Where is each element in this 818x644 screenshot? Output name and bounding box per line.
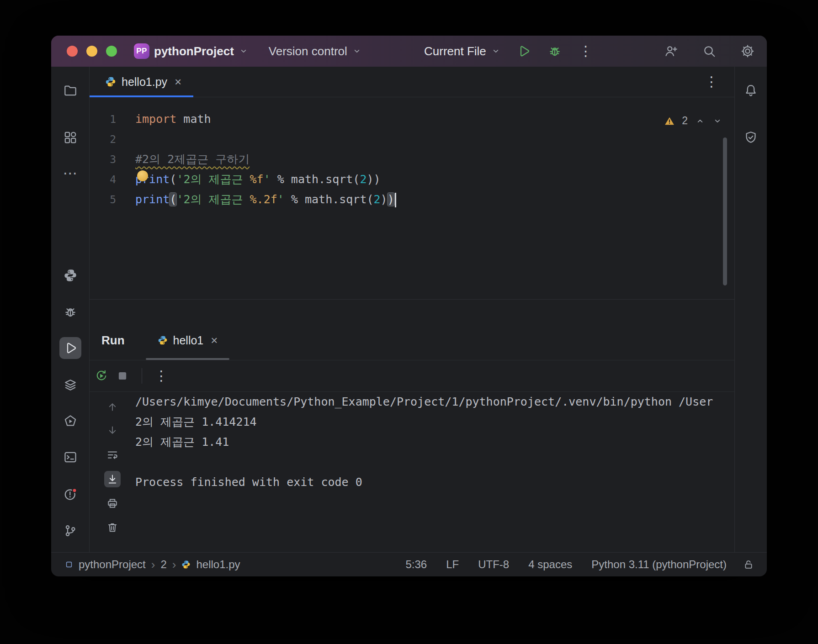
- breadcrumb-file[interactable]: hello1.py: [196, 558, 240, 571]
- line-number[interactable]: 1: [90, 109, 135, 129]
- editor-scrollbar-thumb[interactable]: [723, 137, 727, 285]
- run-tab-label: hello1: [173, 334, 204, 347]
- trash-icon: [106, 522, 118, 533]
- minimize-window-button[interactable]: [86, 46, 97, 57]
- console-line: 2의 제곱근 1.414214: [135, 412, 734, 432]
- search-everywhere-button[interactable]: [700, 42, 718, 60]
- run-tab-hello1[interactable]: hello1 ×: [146, 321, 230, 360]
- user-add-icon: [664, 44, 678, 58]
- rerun-button[interactable]: [93, 368, 110, 384]
- python-file-icon: [105, 76, 116, 87]
- debug-button[interactable]: [546, 42, 564, 60]
- left-toolbar: ⋯: [51, 67, 90, 552]
- ide-window: PP pythonProject Version control Current…: [51, 36, 767, 576]
- project-selector[interactable]: PP pythonProject: [134, 43, 249, 59]
- intention-bulb-icon[interactable]: [137, 170, 148, 181]
- stop-button[interactable]: [114, 368, 131, 384]
- clear-console-button[interactable]: [104, 519, 121, 536]
- run-play-icon: [517, 44, 531, 58]
- python-packages-tool-button[interactable]: [59, 264, 81, 286]
- more-actions-button[interactable]: ⋮: [577, 42, 595, 60]
- print-button[interactable]: [104, 495, 121, 512]
- line-number[interactable]: 4: [90, 169, 135, 190]
- scroll-to-end-button[interactable]: [104, 471, 121, 487]
- run-debug-actions: ⋮: [515, 42, 595, 60]
- chevron-down-icon[interactable]: [712, 116, 722, 126]
- unlock-icon: [743, 559, 754, 570]
- services-icon: [64, 414, 77, 428]
- line-number[interactable]: 2: [90, 129, 135, 149]
- rerun-icon: [95, 370, 108, 382]
- interpreter-widget[interactable]: Python 3.11 (pythonProject): [591, 558, 727, 571]
- code-line[interactable]: 3#2의 2제곱근 구하기: [90, 149, 734, 169]
- write-access-lock-button[interactable]: [743, 559, 754, 570]
- kebab-icon: ⋮: [579, 44, 593, 58]
- encoding-widget[interactable]: UTF-8: [478, 558, 509, 571]
- run-configuration-selector[interactable]: Current File: [424, 44, 501, 58]
- folder-icon: [64, 84, 77, 97]
- run-panel-header: Run hello1 ×: [90, 321, 734, 360]
- python-file-icon: [158, 335, 168, 345]
- bell-icon: [744, 84, 758, 97]
- indent-widget[interactable]: 4 spaces: [528, 558, 572, 571]
- code-line[interactable]: 4print('2의 제곱근 %f' % math.sqrt(2)): [90, 169, 734, 190]
- code-line[interactable]: 5print('2의 제곱근 %.2f' % math.sqrt(2)): [90, 190, 734, 210]
- project-tool-button[interactable]: [59, 79, 81, 101]
- close-tab-icon[interactable]: ×: [175, 76, 181, 88]
- run-tool-button[interactable]: [59, 337, 81, 359]
- settings-button[interactable]: [738, 42, 757, 60]
- close-tab-icon[interactable]: ×: [211, 334, 218, 346]
- zoom-window-button[interactable]: [106, 46, 117, 57]
- trusted-project-button[interactable]: [740, 127, 762, 148]
- code-line[interactable]: 2: [90, 129, 734, 149]
- main-row: ⋯: [51, 67, 767, 552]
- code-with-me-button[interactable]: [662, 42, 680, 60]
- console-output[interactable]: /Users/kimye/Documents/Python_Example/Pr…: [135, 392, 734, 552]
- title-bar: PP pythonProject Version control Current…: [51, 36, 767, 67]
- code-line[interactable]: 1import math: [90, 109, 734, 129]
- bug-icon: [64, 305, 77, 319]
- terminal-tool-button[interactable]: [59, 446, 81, 468]
- console-more-options-button[interactable]: ⋮: [153, 368, 170, 384]
- prev-occurrence-button[interactable]: [104, 398, 121, 415]
- structure-tool-button[interactable]: [59, 127, 81, 148]
- console: /Users/kimye/Documents/Python_Example/Pr…: [90, 392, 734, 552]
- toolbar-separator: [142, 368, 142, 384]
- cursor-position-widget[interactable]: 5:36: [405, 558, 427, 571]
- tab-options-button[interactable]: ⋮: [702, 73, 721, 91]
- version-control-tool-button[interactable]: [59, 520, 81, 542]
- terminal-icon: [64, 450, 77, 464]
- services-tool-button[interactable]: [59, 410, 81, 432]
- more-tool-windows-button[interactable]: ⋯: [59, 162, 81, 184]
- version-control-menu[interactable]: Version control: [269, 44, 362, 58]
- problems-tool-button[interactable]: [59, 483, 81, 505]
- next-occurrence-button[interactable]: [104, 422, 121, 439]
- close-window-button[interactable]: [67, 46, 78, 57]
- editor-tab-hello1[interactable]: hello1.py ×: [90, 67, 193, 97]
- code-lines: 1import math23#2의 2제곱근 구하기4print('2의 제곱근…: [90, 109, 734, 210]
- breadcrumb-folder[interactable]: 2: [160, 558, 166, 571]
- text-caret: [395, 193, 396, 207]
- code-line-text: #2의 2제곱근 구하기: [135, 149, 250, 169]
- line-number[interactable]: 5: [90, 190, 135, 210]
- breadcrumb-project[interactable]: pythonProject: [79, 558, 146, 571]
- chevron-up-icon[interactable]: [695, 116, 705, 126]
- soft-wrap-button[interactable]: [104, 447, 121, 463]
- run-button[interactable]: [515, 42, 533, 60]
- services-layers-tool-button[interactable]: [59, 374, 81, 396]
- problems-icon: [64, 487, 77, 501]
- code-editor[interactable]: 1import math23#2의 2제곱근 구하기4print('2의 제곱근…: [90, 97, 734, 299]
- breadcrumb-separator: ›: [172, 558, 176, 572]
- notifications-button[interactable]: [740, 79, 762, 101]
- warning-icon: [664, 116, 675, 126]
- editor-tab-bar: hello1.py × ⋮: [90, 67, 734, 97]
- python-file-icon: [181, 560, 191, 569]
- line-number[interactable]: 3: [90, 149, 135, 169]
- debug-tool-button[interactable]: [59, 301, 81, 323]
- kebab-icon: ⋮: [154, 369, 168, 383]
- debug-bug-icon: [548, 44, 562, 58]
- console-line: Process finished with exit code 0: [135, 472, 734, 492]
- printer-icon: [106, 497, 118, 509]
- line-separator-widget[interactable]: LF: [446, 558, 459, 571]
- inspections-widget[interactable]: 2: [664, 115, 722, 127]
